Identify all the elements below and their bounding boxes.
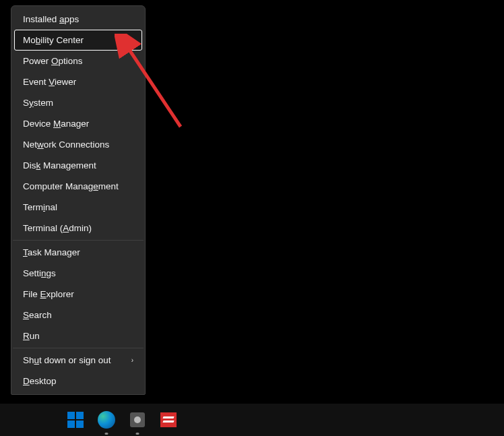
menu-item-settings[interactable]: Settings <box>14 263 142 284</box>
start-button[interactable] <box>66 410 85 429</box>
menu-item-file-explorer[interactable]: File Explorer <box>14 284 142 305</box>
menu-item-label: Terminal (Admin) <box>23 223 92 233</box>
menu-item-power-options[interactable]: Power Options <box>14 51 142 71</box>
menu-item-label: Computer Management <box>23 181 119 191</box>
menu-item-system[interactable]: System <box>14 92 142 113</box>
menu-item-label: Desktop <box>23 376 57 386</box>
menu-separator <box>13 348 144 348</box>
menu-item-run[interactable]: Run <box>14 325 142 346</box>
menu-item-network-connections[interactable]: Network Connections <box>14 134 142 155</box>
menu-item-label: Terminal <box>23 202 57 212</box>
menu-item-label: Network Connections <box>23 139 109 150</box>
menu-item-event-viewer[interactable]: Event Viewer <box>14 71 142 92</box>
running-indicator <box>136 433 139 435</box>
menu-item-shut-down[interactable]: Shut down or sign out› <box>14 350 142 371</box>
menu-item-label: Run <box>23 331 40 341</box>
menu-item-terminal[interactable]: Terminal <box>14 197 142 218</box>
menu-item-label: Settings <box>23 268 56 278</box>
menu-item-label: Mobility Center <box>23 35 84 45</box>
menu-item-label: Shut down or sign out <box>23 355 111 365</box>
menu-item-label: Installed apps <box>23 14 79 24</box>
edge-icon <box>98 411 115 429</box>
menu-item-label: System <box>23 98 53 108</box>
menu-item-desktop[interactable]: Desktop <box>14 371 142 392</box>
start-icon <box>67 412 84 428</box>
winx-context-menu[interactable]: Installed appsMobility CenterPower Optio… <box>11 5 146 395</box>
menu-item-terminal-admin[interactable]: Terminal (Admin) <box>14 218 142 239</box>
red-app-button[interactable] <box>159 410 178 429</box>
menu-item-label: Event Viewer <box>23 77 76 87</box>
menu-item-task-manager[interactable]: Task Manager <box>14 242 142 263</box>
menu-item-computer-management[interactable]: Computer Management <box>14 176 142 197</box>
menu-item-label: Power Options <box>23 56 83 66</box>
menu-item-label: Task Manager <box>23 247 80 257</box>
shell-button[interactable] <box>128 410 147 429</box>
menu-item-label: Device Manager <box>23 119 89 129</box>
menu-item-search[interactable]: Search <box>14 305 142 325</box>
shell-icon <box>130 412 145 427</box>
red-app-icon <box>160 412 177 427</box>
menu-item-label: Disk Management <box>23 160 96 170</box>
taskbar <box>0 404 504 436</box>
menu-item-label: File Explorer <box>23 289 74 299</box>
menu-item-label: Search <box>23 310 52 320</box>
chevron-right-icon: › <box>131 356 133 364</box>
menu-item-installed-apps[interactable]: Installed apps <box>14 9 142 30</box>
edge-button[interactable] <box>97 410 116 429</box>
menu-item-device-manager[interactable]: Device Manager <box>14 113 142 134</box>
running-indicator <box>105 433 108 435</box>
menu-item-disk-management[interactable]: Disk Management <box>14 155 142 176</box>
menu-separator <box>13 240 144 241</box>
menu-item-mobility-center[interactable]: Mobility Center <box>14 30 142 51</box>
